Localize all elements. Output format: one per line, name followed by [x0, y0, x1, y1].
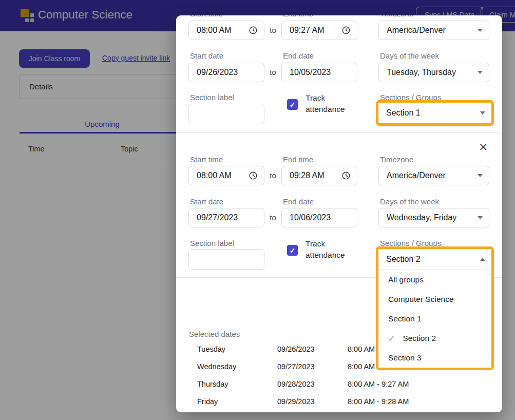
track-attendance-label: Track attendance — [306, 92, 355, 115]
days-of-week-select[interactable]: Wednesday, Friday — [378, 208, 489, 227]
screen: Computer Science Sync LMS Data Claim Me … — [0, 0, 515, 420]
menu-item-section-3[interactable]: Section 3 — [378, 348, 491, 368]
end-date-value: 10/05/2023 — [290, 68, 351, 77]
end-time-value: 09:28 AM — [290, 171, 339, 180]
check-icon: ✓ — [388, 334, 395, 343]
section-label-field[interactable] — [189, 104, 264, 124]
end-time-value: 09:27 AM — [290, 26, 339, 35]
start-date-value: 09/26/2023 — [197, 68, 258, 77]
sections-groups-menu: All groups Computer Science Section 1 ✓ … — [378, 270, 491, 368]
clock-icon — [341, 171, 351, 180]
days-of-week-label: Days of the week — [380, 51, 439, 60]
menu-item-section-1[interactable]: Section 1 — [378, 309, 491, 329]
chevron-down-icon — [478, 216, 483, 219]
section-label-input[interactable] — [188, 249, 264, 270]
timezone-value: America/Denver — [387, 171, 474, 180]
start-date-label: Start date — [190, 51, 223, 60]
sections-groups-select[interactable]: Section 2 — [378, 249, 491, 270]
clock-icon — [249, 171, 258, 180]
chevron-up-icon — [480, 258, 485, 261]
end-time-input[interactable]: 09:27 AM — [281, 21, 357, 40]
clock-icon — [341, 26, 351, 35]
start-time-value: 08:00 AM — [197, 26, 246, 35]
end-time-label: End time — [283, 15, 313, 18]
sections-groups-select-open-highlighted: Section 2 All groups Computer Science Se… — [376, 246, 494, 370]
section-divider — [176, 132, 502, 133]
track-attendance-checkbox[interactable]: ✓ — [287, 99, 298, 110]
selected-date-date: 09/26/2023 — [277, 345, 315, 353]
track-attendance-label: Track attendance — [306, 238, 355, 261]
close-icon[interactable]: ✕ — [476, 141, 490, 154]
to-label: to — [264, 213, 281, 222]
clock-icon — [249, 26, 258, 35]
chevron-down-icon — [478, 174, 483, 177]
end-date-input[interactable]: 10/06/2023 — [281, 208, 357, 227]
selected-date-row: Friday 09/29/2023 8:00 AM - 9:28 AM — [176, 397, 502, 408]
selected-date-day: Wednesday — [197, 362, 236, 371]
end-date-input[interactable]: 10/05/2023 — [281, 63, 357, 82]
selected-date-date: 09/28/2023 — [277, 380, 315, 388]
selected-date-day: Friday — [197, 397, 218, 406]
start-time-input[interactable]: 08:00 AM — [188, 166, 264, 185]
to-label: to — [264, 68, 281, 77]
days-of-week-label: Days of the week — [380, 197, 439, 206]
section-label-label: Section label — [190, 239, 234, 247]
track-attendance-checkbox[interactable]: ✓ — [287, 245, 298, 256]
end-date-label: End date — [283, 197, 314, 206]
timezone-label: Timezone — [380, 155, 413, 164]
menu-item-all-groups[interactable]: All groups — [378, 270, 491, 290]
start-time-label: Start time — [190, 15, 223, 18]
days-of-week-value: Tuesday, Thursday — [387, 68, 474, 77]
timezone-value: America/Denver — [387, 26, 474, 35]
chevron-down-icon — [478, 29, 483, 32]
end-time-label: End time — [283, 155, 313, 164]
start-date-value: 09/27/2023 — [197, 213, 258, 222]
menu-item-computer-science[interactable]: Computer Science — [378, 290, 491, 309]
selected-date-row: Thursday 09/28/2023 8:00 AM - 9:27 AM — [176, 380, 502, 390]
start-time-value: 08:00 AM — [197, 171, 246, 180]
selected-date-date: 09/29/2023 — [277, 397, 315, 406]
section-label-field[interactable] — [189, 250, 264, 269]
menu-item-section-2-selected[interactable]: ✓ Section 2 — [378, 329, 491, 348]
section-label-label: Section label — [190, 93, 234, 102]
end-date-value: 10/06/2023 — [290, 213, 351, 222]
start-date-label: Start date — [190, 197, 223, 206]
selected-date-time: 8:00 AM - 9:27 AM — [348, 380, 409, 388]
sections-groups-value: Section 1 — [386, 108, 477, 118]
start-date-input[interactable]: 09/27/2023 — [188, 208, 264, 227]
to-label: to — [264, 171, 281, 180]
start-time-input[interactable]: 08:00 AM — [188, 21, 264, 40]
timezone-select[interactable]: America/Denver — [378, 21, 489, 40]
schedule-modal-dialog: Start time End time Timezone 08:00 AM to… — [176, 15, 502, 412]
selected-date-day: Tuesday — [197, 345, 225, 353]
days-of-week-value: Wednesday, Friday — [387, 213, 474, 222]
end-date-label: End date — [283, 51, 314, 60]
selected-date-date: 09/27/2023 — [277, 362, 315, 371]
sections-groups-select-highlighted[interactable]: Section 1 — [376, 100, 494, 126]
chevron-down-icon — [478, 71, 483, 74]
start-date-input[interactable]: 09/26/2023 — [188, 63, 264, 82]
sections-groups-value: Section 2 — [386, 255, 477, 264]
to-label: to — [264, 26, 281, 34]
days-of-week-select[interactable]: Tuesday, Thursday — [378, 63, 489, 82]
chevron-down-icon — [480, 111, 485, 114]
selected-date-time: 8:00 AM - 9:28 AM — [348, 397, 409, 406]
selected-dates-label: Selected dates — [189, 330, 240, 338]
start-time-label: Start time — [190, 155, 223, 164]
timezone-label: Timezone — [380, 15, 413, 18]
selected-date-day: Thursday — [197, 380, 228, 388]
timezone-select[interactable]: America/Denver — [378, 166, 489, 185]
end-time-input[interactable]: 09:28 AM — [281, 166, 357, 185]
section-label-input[interactable] — [188, 104, 264, 124]
